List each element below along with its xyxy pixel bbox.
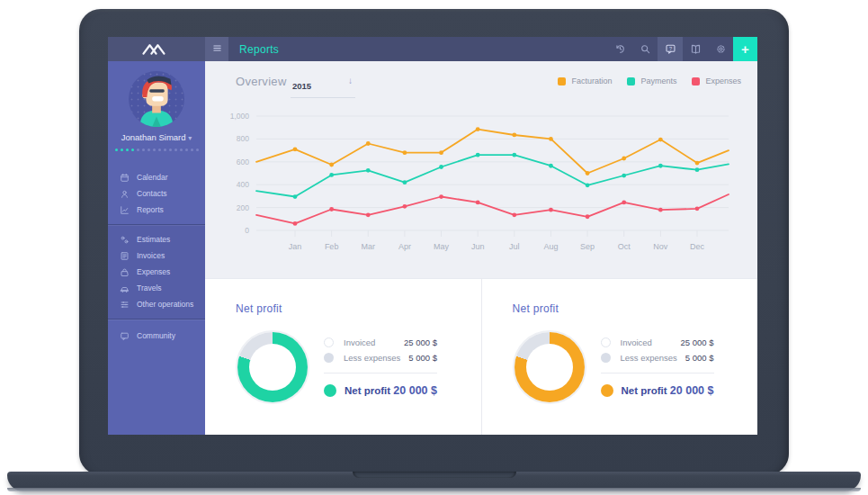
sidebar-item-invoices[interactable]: Invoices <box>108 248 205 264</box>
overview-title: Overview <box>236 75 287 88</box>
legend-swatch <box>627 77 635 86</box>
sidebar-item-other-operations[interactable]: Other operations <box>108 296 205 312</box>
avatar-pagination-dots <box>108 148 205 151</box>
svg-text:Jan: Jan <box>289 242 302 251</box>
sidebar-item-travels[interactable]: Travels <box>108 280 205 296</box>
row-value: 5 000 $ <box>685 353 714 363</box>
filled-marker <box>324 353 334 363</box>
svg-text:1,000: 1,000 <box>230 112 250 121</box>
user-name-label: Jonathan Simard <box>121 132 186 142</box>
pagination-dot <box>164 148 166 151</box>
invoices-icon <box>120 251 130 261</box>
svg-text:Oct: Oct <box>618 242 631 251</box>
search-icon[interactable] <box>632 37 658 61</box>
legend-item-payments[interactable]: Payments <box>627 76 676 86</box>
menu-group: EstimatesInvoicesExpensesTravelsOther op… <box>108 224 205 320</box>
legend-label: Facturation <box>571 76 612 86</box>
community-icon <box>120 331 130 341</box>
sidebar-item-estimates[interactable]: Estimates <box>108 231 205 248</box>
filled-marker <box>601 353 611 363</box>
svg-text:600: 600 <box>237 158 249 166</box>
sidebar-item-label: Reports <box>137 205 164 214</box>
menu-group: Community <box>108 320 205 350</box>
book-icon[interactable] <box>683 37 708 61</box>
sidebar-item-reports[interactable]: Reports <box>108 202 205 218</box>
legend-swatch <box>558 77 566 86</box>
card-rows: Invoiced25 000 $Less expenses5 000 $ Net… <box>601 335 714 400</box>
svg-text:Dec: Dec <box>690 242 705 251</box>
svg-text:May: May <box>434 242 450 251</box>
legend-item-expenses[interactable]: Expenses <box>692 76 741 86</box>
mountains-logo-icon <box>140 42 173 56</box>
expenses-icon <box>120 267 130 277</box>
total-value: 20 000 $ <box>393 384 437 397</box>
sidebar-item-label: Community <box>137 331 175 340</box>
operations-icon <box>120 300 130 310</box>
year-select[interactable]: 2015 ↓ <box>291 76 355 98</box>
app-logo[interactable] <box>108 37 205 61</box>
outline-marker <box>324 338 334 347</box>
card-row-invoiced: Invoiced25 000 $ <box>324 335 437 350</box>
svg-text:?: ? <box>668 46 671 51</box>
net-profit-marker <box>601 384 613 397</box>
svg-text:Jun: Jun <box>471 242 485 251</box>
net-profit-total-row: Net profit 20 000 $ <box>601 382 714 400</box>
chat-help-icon[interactable]: ? <box>658 37 683 61</box>
net-profit-total-row: Net profit 20 000 $ <box>324 382 437 400</box>
card-row-invoiced: Invoiced25 000 $ <box>601 335 714 350</box>
sidebar-item-calendar[interactable]: Calendar <box>108 169 205 185</box>
legend-label: Payments <box>640 76 676 86</box>
svg-text:Feb: Feb <box>325 242 339 251</box>
card-rows: Invoiced25 000 $Less expenses5 000 $ Net… <box>324 335 437 400</box>
net-profit-card-left: Net profit Invoiced25 000 $Less expenses… <box>205 279 481 435</box>
net-profit-marker <box>324 384 336 397</box>
user-name[interactable]: Jonathan Simard ▾ <box>108 132 205 142</box>
pagination-dot <box>196 148 199 151</box>
svg-text:Sep: Sep <box>580 242 595 251</box>
row-value: 25 000 $ <box>681 338 714 347</box>
avatar-illustration <box>129 71 184 127</box>
gear-icon[interactable] <box>708 37 733 61</box>
svg-text:0: 0 <box>245 226 249 235</box>
sidebar-item-label: Contacts <box>137 189 167 198</box>
sidebar-item-label: Invoices <box>137 251 165 260</box>
contacts-icon <box>120 189 130 199</box>
navbar-icons: ? <box>607 37 733 61</box>
card-row-less-expenses: Less expenses5 000 $ <box>324 350 437 365</box>
sidebar-item-contacts[interactable]: Contacts <box>108 185 205 202</box>
outline-marker <box>601 338 611 347</box>
user-avatar[interactable] <box>129 71 184 127</box>
pagination-dot <box>180 148 183 151</box>
sidebar-item-expenses[interactable]: Expenses <box>108 264 205 280</box>
row-label: Invoiced <box>344 338 404 347</box>
legend-item-facturation[interactable]: Facturation <box>558 76 612 86</box>
row-value: 25 000 $ <box>404 338 437 347</box>
pagination-dot <box>126 148 129 151</box>
history-icon[interactable] <box>607 37 632 61</box>
main-content: 02004006008001,000JanFebMarAprMayJunJulA… <box>205 61 757 435</box>
pagination-dot <box>174 148 177 151</box>
svg-text:Jul: Jul <box>509 242 520 251</box>
sidebar-item-community[interactable]: Community <box>108 328 205 344</box>
pagination-dot <box>169 148 172 151</box>
pagination-dot <box>148 148 150 151</box>
net-profit-donut <box>515 332 585 402</box>
travels-icon <box>120 284 130 293</box>
total-value: 20 000 $ <box>670 384 714 397</box>
row-label: Less expenses <box>344 353 408 363</box>
pagination-dot <box>121 148 123 151</box>
sidebar-menu: CalendarContactsReportsEstimatesInvoices… <box>108 163 205 350</box>
total-label: Net profit <box>622 385 670 396</box>
app-window: Reports ? + Jonatha <box>108 37 757 435</box>
card-row-less-expenses: Less expenses5 000 $ <box>601 350 714 365</box>
laptop-base <box>7 472 861 491</box>
reports-icon <box>120 205 130 215</box>
net-profit-donut <box>237 332 308 402</box>
sidebar-item-label: Expenses <box>137 267 170 276</box>
navbar-spacer <box>279 37 607 61</box>
card-title: Net profit <box>236 302 282 315</box>
add-button[interactable]: + <box>733 37 757 61</box>
pagination-dot <box>153 148 156 151</box>
hamburger-menu-button[interactable] <box>205 37 228 61</box>
svg-text:800: 800 <box>237 134 249 143</box>
